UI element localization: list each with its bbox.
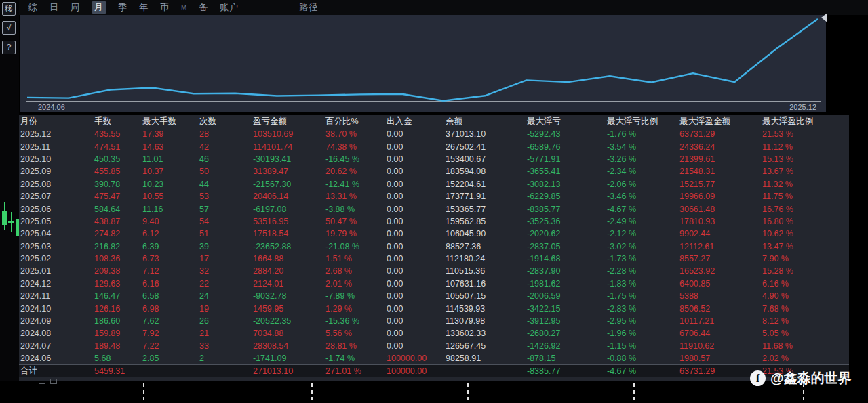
cell-4: 271.01 % (324, 366, 385, 376)
toolbar-item-月[interactable]: 月 (92, 1, 106, 14)
column-header[interactable]: 最大手数 (141, 116, 198, 127)
toolbar-item-币[interactable]: 币 (160, 1, 170, 14)
cell-7: -1426.92 (526, 341, 606, 351)
cell-6: 110515.36 (444, 266, 526, 276)
cell-5: 0.00 (385, 266, 444, 276)
table-row[interactable]: 2024.07189.487.223328308.5428.81 %0.0012… (19, 340, 849, 352)
cell-10: 11.12 % (761, 142, 849, 152)
window-mini-icon[interactable] (39, 379, 45, 384)
cell-4: 5.56 % (324, 328, 385, 338)
table-row[interactable]: 2025.11474.5114.6342114101.7474.38 %0.00… (19, 140, 849, 152)
cell-month: 2025.03 (19, 242, 93, 251)
cell-month: 2025.02 (19, 254, 93, 263)
column-header[interactable]: 盈亏金额 (252, 116, 324, 127)
cell-8: -4.67 % (606, 205, 678, 214)
table-row[interactable]: 2025.02108.366.73171664.881.51 %0.001121… (19, 253, 849, 265)
check-tool-button[interactable]: √ (2, 21, 16, 35)
table-row[interactable]: 2024.11146.476.5824-9032.78-7.89 %0.0010… (19, 290, 849, 302)
cell-8: -4.67 % (606, 366, 678, 376)
cell-5: 0.00 (385, 229, 444, 238)
table-row[interactable]: 2024.10126.166.98191459.951.29 %0.001145… (19, 302, 849, 314)
toolbar-item-年[interactable]: 年 (139, 1, 149, 14)
table-row[interactable]: 2024.09186.607.6226-20522.35-15.36 %0.00… (19, 315, 849, 327)
column-header[interactable]: 最大浮亏 (526, 116, 606, 127)
cell-7: -1981.62 (526, 279, 606, 289)
column-header[interactable]: 最大浮亏比例 (606, 116, 678, 127)
column-header[interactable]: 余额 (444, 116, 526, 127)
cell-5: 100000.00 (385, 366, 444, 376)
table-row[interactable]: 2025.12435.5517.3928103510.6938.70 %0.00… (19, 128, 849, 140)
cell-6: 114539.93 (444, 304, 526, 314)
table-row[interactable]: 2025.08390.7810.2344-21567.30-12.41 %0.0… (19, 178, 849, 190)
cell-3: -9032.78 (252, 291, 324, 301)
table-row[interactable]: 2025.03216.826.3939-23652.88-21.08 %0.00… (19, 240, 849, 253)
toolbar-item-日[interactable]: 日 (50, 1, 59, 14)
toolbar-item-M[interactable]: M (181, 4, 187, 12)
table-total-row[interactable]: 合计5459.31271013.10271.01 %100000.00-8385… (19, 364, 849, 377)
column-header[interactable]: 最大浮盈金额 (678, 116, 761, 127)
table-row[interactable]: 2024.12129.636.16222124.012.01 %0.001076… (19, 278, 849, 290)
table-row[interactable]: 2024.065.682.852-1741.09-1.74 %100000.00… (19, 352, 849, 364)
cell-2: 39 (198, 242, 252, 251)
cell-3: -30193.41 (252, 154, 324, 164)
path-menu-item[interactable]: 路径 (299, 1, 318, 14)
cell-3: 1459.95 (252, 304, 324, 314)
cell-4: -1.74 % (324, 354, 385, 363)
column-header[interactable]: 百分比% (324, 116, 385, 127)
cell-4: 74.38 % (324, 142, 385, 152)
cell-month: 2025.01 (19, 266, 93, 276)
cell-10: 10.62 % (761, 229, 849, 238)
table-row[interactable]: 2025.09455.8510.375031389.4720.62 %0.001… (19, 165, 849, 177)
cell-7: -3422.15 (526, 304, 606, 314)
cell-3: 28308.54 (252, 341, 324, 351)
cell-2: 57 (198, 205, 252, 214)
toolbar-item-综[interactable]: 综 (28, 1, 38, 14)
cell-2: 53 (198, 192, 252, 201)
cell-5: 0.00 (385, 341, 444, 351)
move-tool-button[interactable]: 移 (2, 2, 16, 16)
column-header[interactable]: 手数 (93, 116, 141, 127)
window-mini-icon[interactable] (50, 379, 57, 384)
cell-3: 114101.74 (252, 142, 324, 152)
cell-9: 6706.44 (678, 328, 761, 338)
column-header[interactable]: 次数 (198, 116, 252, 127)
cell-month: 2024.06 (19, 354, 93, 363)
cell-4: 38.70 % (324, 129, 385, 139)
cell-3: 31389.47 (252, 167, 324, 176)
cell-0: 435.55 (93, 129, 141, 139)
cell-3: 2124.01 (252, 279, 324, 289)
cell-7: -2837.05 (526, 242, 606, 251)
toolbar-item-季[interactable]: 季 (118, 1, 127, 14)
cell-7: -2680.27 (526, 328, 606, 338)
column-header[interactable]: 出入金 (385, 116, 444, 127)
toolbar-item-账户[interactable]: 账户 (220, 1, 239, 14)
cell-7: -6229.85 (526, 192, 606, 201)
table-row[interactable]: 2025.06584.6411.1657-6197.08-3.88 %0.001… (19, 203, 849, 215)
table-row[interactable]: 2024.08159.897.92217034.885.56 %0.001336… (19, 327, 849, 339)
table-row[interactable]: 2025.04274.826.125117518.5419.79 %0.0010… (19, 228, 849, 240)
table-row[interactable]: 2025.07475.4710.555320406.1413.31 %0.001… (19, 190, 849, 203)
cell-8: -2.28 % (606, 266, 678, 276)
cell-10: 15.13 % (761, 154, 849, 164)
help-tool-button[interactable]: ? (2, 41, 16, 54)
column-header[interactable]: 最大浮盈比例 (761, 116, 849, 127)
cell-8: -1.15 % (606, 341, 678, 351)
toolbar-item-周[interactable]: 周 (71, 1, 80, 14)
table-row[interactable]: 2025.05438.879.405453516.9550.47 %0.0015… (19, 215, 849, 228)
table-row[interactable]: 2025.10450.3511.0146-30193.41-16.45 %0.0… (19, 153, 849, 165)
cell-6: 105507.15 (444, 291, 526, 301)
cell-6: 267502.41 (444, 142, 526, 152)
cell-3: 17518.54 (252, 229, 324, 238)
column-header[interactable]: 月份 (19, 116, 93, 127)
table-row[interactable]: 2025.01209.387.12322884.202.68 %0.001105… (19, 265, 849, 277)
cell-2: 42 (198, 142, 252, 152)
cell-7: -2020.62 (526, 229, 606, 238)
cell-5: 0.00 (385, 205, 444, 214)
cell-5: 0.00 (385, 129, 444, 139)
cell-8: -3.46 % (606, 192, 678, 201)
toolbar-item-备[interactable]: 备 (199, 1, 208, 14)
cell-9: 63731.29 (678, 366, 761, 376)
cell-3: -23652.88 (252, 242, 324, 251)
equity-curve-panel: 2024.06 2025.12 (20, 15, 826, 112)
cell-10: 16.80 % (761, 217, 849, 226)
